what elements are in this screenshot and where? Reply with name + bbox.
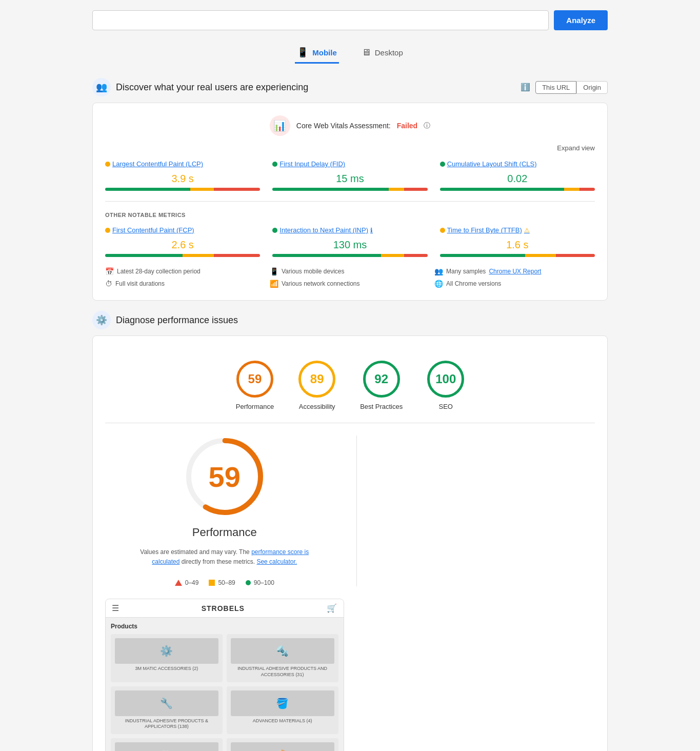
performance-circle: 59 bbox=[236, 361, 273, 398]
legend-green-icon bbox=[246, 580, 251, 585]
metric-inp-label[interactable]: Interaction to Next Paint (INP) ℹ bbox=[272, 226, 427, 234]
cls-dot bbox=[440, 162, 445, 167]
metric-fcp: First Contentful Paint (FCP) 2.6 s bbox=[105, 226, 260, 257]
score-performance: 59 Performance bbox=[236, 361, 274, 410]
cls-bar-red bbox=[579, 188, 595, 191]
expand-view-button[interactable]: Expand view bbox=[105, 144, 595, 152]
perf-left: 59 Performance Values are estimated and … bbox=[105, 436, 344, 586]
cwv-status: Failed bbox=[397, 122, 417, 130]
ttfb-bar-orange bbox=[525, 254, 556, 257]
product-img-0: ⚙️ bbox=[115, 638, 218, 664]
lcp-dot bbox=[105, 162, 110, 167]
product-img-4: 🏭 bbox=[115, 742, 218, 751]
inp-info-icon[interactable]: ℹ bbox=[370, 227, 373, 234]
cwv-header: 📊 Core Web Vitals Assessment: Failed ⓘ bbox=[105, 115, 595, 136]
inp-dot bbox=[272, 228, 277, 233]
metric-inp: Interaction to Next Paint (INP) ℹ 130 ms bbox=[272, 226, 427, 257]
performance-label: Performance bbox=[236, 403, 274, 410]
inp-bar-green bbox=[272, 254, 381, 257]
cwv-card: 📊 Core Web Vitals Assessment: Failed ⓘ E… bbox=[92, 103, 608, 301]
legend-orange: 50–89 bbox=[209, 579, 235, 586]
users-icon: 👥 bbox=[434, 267, 443, 275]
fcp-progress-bar bbox=[105, 254, 260, 257]
see-calculator-link[interactable]: See calculator. bbox=[256, 558, 297, 565]
score-best-practices: 92 Best Practices bbox=[360, 361, 403, 410]
metric-fid-value: 15 ms bbox=[272, 173, 427, 185]
inp-bar-red bbox=[404, 254, 427, 257]
cls-progress-bar bbox=[440, 188, 595, 191]
cwv-divider bbox=[105, 201, 595, 202]
product-img-3: 🪣 bbox=[231, 690, 334, 716]
metric-fid: First Input Delay (FID) 15 ms bbox=[272, 160, 427, 191]
metric-lcp-value: 3.9 s bbox=[105, 173, 260, 185]
url-input[interactable]: https://www.strobelssupply.com/products/ bbox=[92, 10, 549, 30]
real-users-info-icon[interactable]: ℹ️ bbox=[521, 83, 530, 92]
big-score-value: 59 bbox=[209, 460, 241, 493]
origin-button[interactable]: Origin bbox=[576, 81, 608, 94]
metric-cls-label[interactable]: Cumulative Layout Shift (CLS) bbox=[440, 160, 595, 168]
real-users-icon: 👥 bbox=[92, 78, 111, 96]
legend-orange-icon bbox=[209, 580, 215, 586]
lcp-bar-green bbox=[105, 188, 190, 191]
seo-label: SEO bbox=[439, 403, 453, 410]
score-seo: 100 SEO bbox=[427, 361, 464, 410]
fid-bar-green bbox=[272, 188, 389, 191]
diagnose-title: Diagnose performance issues bbox=[116, 315, 238, 326]
signal-icon: 📶 bbox=[270, 280, 278, 288]
ttfb-bar-red bbox=[556, 254, 595, 257]
search-bar: https://www.strobelssupply.com/products/… bbox=[92, 10, 608, 30]
ttfb-warning-icon[interactable]: ⚠ bbox=[524, 227, 530, 234]
diagnose-card: 59 Performance 89 Accessibility 92 Best … bbox=[92, 335, 608, 751]
scores-row: 59 Performance 89 Accessibility 92 Best … bbox=[105, 348, 595, 423]
cart-icon: 🛒 bbox=[327, 603, 337, 613]
product-label-1: INDUSTRIAL ADHESIVE PRODUCTS AND ACCESSO… bbox=[231, 666, 334, 678]
tab-desktop-label: Desktop bbox=[375, 48, 403, 57]
product-img-5: 📦 bbox=[231, 742, 334, 751]
legend-green: 90–100 bbox=[246, 579, 274, 586]
product-card-2: 🔧 INDUSTRIAL ADHESIVE PRODUCTS & APPLICA… bbox=[111, 686, 223, 734]
score-accessibility: 89 Accessibility bbox=[298, 361, 335, 410]
best-practices-circle: 92 bbox=[363, 361, 400, 398]
footer-many-samples: 👥 Many samples Chrome UX Report bbox=[434, 267, 595, 275]
tab-desktop[interactable]: 🖥 Desktop bbox=[359, 43, 405, 64]
best-practices-score: 92 bbox=[374, 372, 388, 386]
this-url-button[interactable]: This URL bbox=[535, 81, 576, 94]
product-label-0: 3M MATIC ACCESSORIES (2) bbox=[115, 666, 218, 672]
cwv-info-icon[interactable]: ⓘ bbox=[424, 121, 430, 130]
seo-score: 100 bbox=[435, 372, 456, 386]
footer-mobile-devices: 📱 Various mobile devices bbox=[270, 267, 430, 275]
fcp-bar-red bbox=[214, 254, 261, 257]
legend-red-icon bbox=[175, 580, 182, 586]
inp-bar-orange bbox=[381, 254, 404, 257]
site-name: STROBELS bbox=[202, 604, 245, 612]
metric-lcp-label[interactable]: Largest Contentful Paint (LCP) bbox=[105, 160, 260, 168]
other-metrics-grid: First Contentful Paint (FCP) 2.6 s Inter… bbox=[105, 226, 595, 257]
product-grid: ⚙️ 3M MATIC ACCESSORIES (2) 🔩 INDUSTRIAL… bbox=[111, 634, 338, 751]
product-label-2: INDUSTRIAL ADHESIVE PRODUCTS & APPLICATO… bbox=[115, 718, 218, 730]
fcp-bar-green bbox=[105, 254, 183, 257]
real-users-title: Discover what your real users are experi… bbox=[116, 82, 308, 93]
legend-red: 0–49 bbox=[175, 579, 199, 586]
ttfb-bar-green bbox=[440, 254, 525, 257]
metric-cls: Cumulative Layout Shift (CLS) 0.02 bbox=[440, 160, 595, 191]
vertical-divider bbox=[356, 436, 595, 586]
fid-progress-bar bbox=[272, 188, 427, 191]
metric-inp-value: 130 ms bbox=[272, 239, 427, 251]
metric-fcp-label[interactable]: First Contentful Paint (FCP) bbox=[105, 226, 260, 234]
screenshot-preview: ☰ STROBELS 🛒 Products ⚙️ 3M MATIC ACCESS… bbox=[105, 599, 344, 751]
metric-fid-label[interactable]: First Input Delay (FID) bbox=[272, 160, 427, 168]
calendar-icon: 📅 bbox=[105, 267, 114, 275]
chrome-ux-report-link[interactable]: Chrome UX Report bbox=[489, 268, 541, 275]
best-practices-label: Best Practices bbox=[360, 403, 403, 410]
product-card-4: 🏭 bbox=[111, 738, 223, 751]
fcp-bar-orange bbox=[183, 254, 213, 257]
mobile-icon: 📱 bbox=[297, 47, 308, 58]
performance-detail: 59 Performance Values are estimated and … bbox=[105, 423, 595, 751]
tab-mobile[interactable]: 📱 Mobile bbox=[295, 43, 339, 64]
performance-score: 59 bbox=[248, 372, 262, 386]
cls-bar-orange bbox=[564, 188, 579, 191]
metric-ttfb-label[interactable]: Time to First Byte (TTFB) ⚠ bbox=[440, 226, 595, 234]
products-title: Products bbox=[111, 623, 338, 630]
analyze-button[interactable]: Analyze bbox=[554, 10, 608, 30]
accessibility-score: 89 bbox=[310, 372, 324, 386]
